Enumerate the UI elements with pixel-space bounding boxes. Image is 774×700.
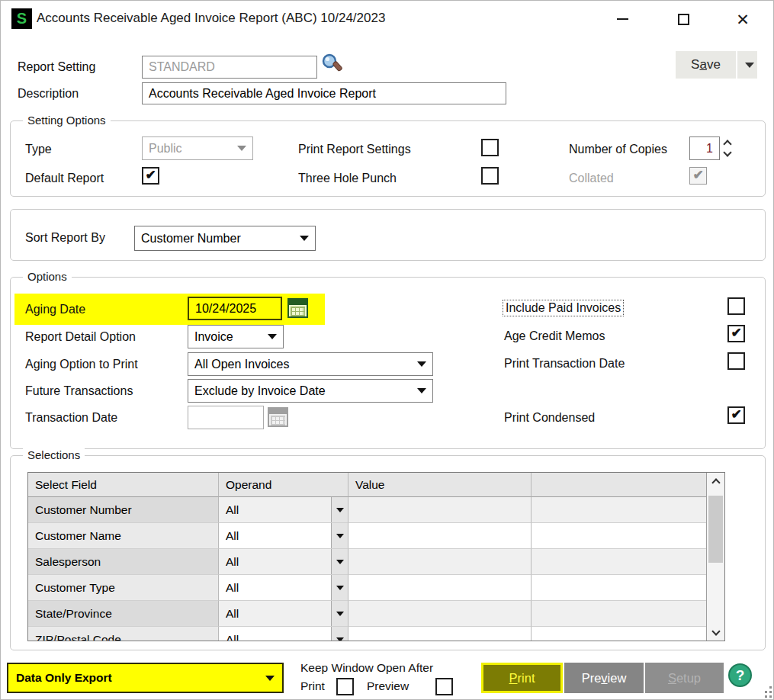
options-title: Options [23, 270, 72, 283]
type-dropdown[interactable]: Public [142, 136, 253, 160]
aging-option-to-print-label: Aging Option to Print [25, 358, 138, 371]
chevron-down-icon [336, 508, 344, 512]
blank-cell [532, 575, 706, 601]
sort-report-by-dropdown[interactable]: Customer Number [134, 226, 316, 251]
scroll-up-icon [711, 478, 720, 486]
chevron-down-icon [336, 586, 344, 590]
print-button[interactable]: Print [481, 663, 563, 693]
preview-button[interactable]: Preview [564, 663, 644, 693]
keep-open-preview-checkbox[interactable] [435, 678, 453, 695]
table-row: Salesperson All [28, 549, 706, 575]
age-credit-memos-label: Age Credit Memos [504, 329, 605, 343]
chevron-down-icon [237, 146, 246, 151]
resize-grip[interactable] [761, 681, 772, 698]
scroll-down-icon [711, 627, 720, 635]
column-header-select-field[interactable]: Select Field [28, 473, 219, 497]
operand-dropdown-button[interactable] [331, 601, 348, 626]
minimize-button[interactable] [609, 7, 635, 31]
operand-dropdown-button[interactable] [331, 549, 348, 574]
print-condensed-label: Print Condensed [504, 411, 595, 425]
table-row: Customer Type All [28, 575, 706, 601]
collated-label: Collated [569, 172, 614, 185]
collated-checkbox [689, 167, 707, 185]
operand-cell[interactable]: All [219, 601, 348, 627]
copies-spinner[interactable] [721, 136, 734, 159]
include-paid-invoices-label: Include Paid Invoices [503, 300, 624, 316]
print-transaction-date-checkbox[interactable] [727, 352, 745, 370]
default-report-checkbox[interactable] [142, 167, 159, 185]
transaction-date-label: Transaction Date [25, 411, 117, 425]
maximize-button[interactable] [670, 7, 696, 31]
print-condensed-checkbox[interactable] [727, 406, 745, 424]
chevron-down-icon [336, 612, 344, 616]
scrollbar-thumb[interactable] [708, 496, 723, 563]
transaction-date-input[interactable] [188, 406, 264, 429]
blank-cell [532, 497, 706, 523]
chevron-down-icon [417, 361, 426, 367]
operand-cell[interactable]: All [219, 575, 348, 601]
select-field-cell[interactable]: Salesperson [28, 549, 219, 575]
report-detail-option-label: Report Detail Option [25, 330, 136, 344]
app-window: { "window": { "title": "Accounts Receiva… [0, 0, 774, 700]
lookup-magnifier-icon[interactable] [320, 53, 343, 77]
table-scrollbar[interactable] [706, 473, 724, 641]
include-paid-invoices-checkbox[interactable] [727, 297, 745, 315]
value-cell[interactable] [348, 601, 532, 627]
aging-date-input[interactable]: 10/24/2025 [188, 297, 282, 320]
select-field-cell[interactable]: State/Province [28, 601, 219, 627]
report-detail-option-dropdown[interactable]: Invoice [188, 325, 284, 348]
value-cell[interactable] [348, 627, 532, 641]
operand-cell[interactable]: All [219, 627, 348, 641]
future-transactions-label: Future Transactions [25, 384, 133, 398]
future-transactions-dropdown[interactable]: Exclude by Invoice Date [188, 379, 433, 403]
window-title: Accounts Receivable Aged Invoice Report … [37, 11, 385, 26]
aging-option-to-print-dropdown[interactable]: All Open Invoices [188, 352, 433, 376]
operand-cell[interactable]: All [219, 497, 348, 523]
scroll-up-button[interactable] [707, 473, 724, 490]
value-cell[interactable] [348, 497, 532, 523]
close-icon: ✕ [736, 11, 750, 27]
print-report-settings-checkbox[interactable] [481, 139, 499, 156]
keep-open-print-checkbox[interactable] [336, 678, 354, 695]
help-button[interactable]: ? [728, 663, 752, 687]
three-hole-punch-checkbox[interactable] [481, 167, 499, 185]
column-header-operand[interactable]: Operand [219, 473, 348, 497]
select-field-cell[interactable]: Customer Type [28, 575, 219, 601]
table-row: State/Province All [28, 601, 706, 627]
save-button[interactable]: Save [676, 51, 736, 79]
close-button[interactable]: ✕ [730, 7, 756, 31]
aging-date-label: Aging Date [25, 303, 85, 316]
value-cell[interactable] [348, 549, 532, 575]
type-label: Type [25, 143, 52, 156]
value-cell[interactable] [348, 575, 532, 601]
blank-cell [532, 601, 706, 627]
scroll-down-button[interactable] [707, 624, 724, 641]
description-input[interactable]: Accounts Receivable Aged Invoice Report [142, 82, 506, 104]
value-cell[interactable] [348, 523, 532, 549]
age-credit-memos-checkbox[interactable] [727, 325, 745, 342]
operand-dropdown-button[interactable] [331, 627, 348, 641]
aging-date-calendar-icon[interactable] [287, 298, 308, 318]
export-format-dropdown[interactable]: Data Only Export [7, 663, 284, 693]
chevron-down-icon [336, 560, 344, 564]
default-report-label: Default Report [25, 172, 104, 185]
question-mark-icon: ? [736, 667, 745, 684]
select-field-cell[interactable]: Customer Number [28, 497, 219, 523]
save-dropdown-button[interactable] [737, 51, 757, 79]
report-setting-input[interactable]: STANDARD [142, 56, 317, 79]
operand-dropdown-button[interactable] [331, 575, 348, 600]
report-setting-label: Report Setting [18, 60, 95, 74]
operand-dropdown-button[interactable] [331, 523, 348, 548]
spinner-down-icon[interactable] [723, 148, 731, 156]
select-field-cell[interactable]: Customer Name [28, 523, 219, 549]
operand-cell[interactable]: All [219, 523, 348, 549]
operand-dropdown-button[interactable] [331, 497, 348, 522]
number-of-copies-input[interactable]: 1 [689, 136, 720, 160]
title-bar: S Accounts Receivable Aged Invoice Repor… [1, 1, 773, 37]
column-header-value[interactable]: Value [348, 473, 532, 497]
chevron-down-icon [268, 334, 277, 339]
select-field-cell[interactable]: ZIP/Postal Code [28, 627, 219, 641]
table-row: Customer Name All [28, 523, 706, 549]
spinner-up-icon[interactable] [723, 140, 731, 148]
operand-cell[interactable]: All [219, 549, 348, 575]
